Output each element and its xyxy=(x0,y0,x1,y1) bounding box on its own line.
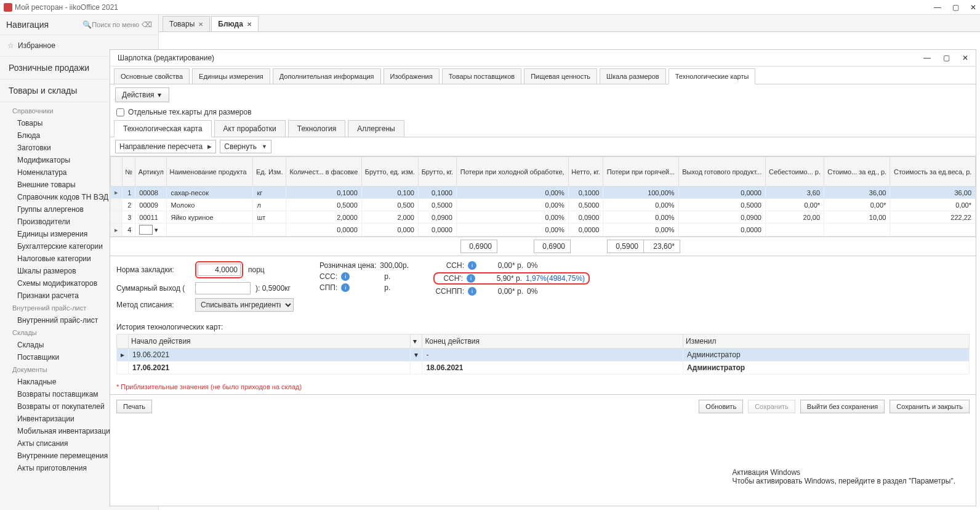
maximize-icon[interactable]: ▢ xyxy=(943,54,950,62)
ingredients-grid[interactable]: № Артикул Наименование продукта Ед. Изм.… xyxy=(110,156,976,237)
norma-unit: порц xyxy=(248,265,265,274)
hist-col-end[interactable]: Конец действия xyxy=(422,334,683,349)
tab-bluda[interactable]: Блюда ✕ xyxy=(211,16,259,31)
col-name[interactable]: Наименование продукта xyxy=(167,157,253,187)
exit-button[interactable]: Выйти без сохранения xyxy=(800,400,885,413)
ptab-main[interactable]: Основные свойства xyxy=(114,68,190,84)
hist-col-start[interactable]: Начало действия xyxy=(129,334,411,349)
recalc-combo[interactable]: Направление пересчета ▶ xyxy=(115,140,216,153)
col-unit[interactable]: Ед. Изм. xyxy=(253,157,286,187)
hist-by: Администратор xyxy=(683,362,970,374)
table-row[interactable]: 200009Молокол0,50000,5000,50000,00%0,500… xyxy=(111,199,976,211)
collapse-combo[interactable]: Свернуть ▼ xyxy=(220,140,271,153)
ptab-images[interactable]: Изображения xyxy=(384,68,440,84)
history-row[interactable]: ▸ 19.06.2021 ▾ - Администратор xyxy=(117,349,970,362)
cell: ▸ xyxy=(111,187,122,199)
cell: 10,00 xyxy=(824,211,890,224)
stab-allergens[interactable]: Аллергены xyxy=(348,120,404,137)
clear-icon[interactable]: ⌫ xyxy=(142,20,152,29)
col-num[interactable]: № xyxy=(122,157,135,187)
method-select[interactable]: Списывать ингредиенты xyxy=(195,298,294,312)
cell: 2,000 xyxy=(361,211,418,224)
cell: 0,00* xyxy=(765,199,824,211)
cell: Молоко xyxy=(167,199,253,211)
save-close-button[interactable]: Сохранить и закрыть xyxy=(890,400,970,413)
cell xyxy=(111,211,122,224)
col-art[interactable]: Артикул xyxy=(135,157,167,187)
stab-techcard[interactable]: Технологическая карта xyxy=(114,120,212,137)
stab-act[interactable]: Акт проработки xyxy=(214,120,286,137)
table-row[interactable]: 300011Яйко куриноешт2,00002,0000,09000,0… xyxy=(111,211,976,224)
save-button[interactable]: Сохранить xyxy=(748,400,795,413)
editor-title: Шарлотка (редактирование) xyxy=(118,54,923,62)
totals-row: 0,6900 0,6900 0,5900 23,60* xyxy=(110,237,976,256)
print-button[interactable]: Печать xyxy=(116,400,152,413)
info-icon[interactable]: i xyxy=(467,274,475,283)
ccc-value: р. xyxy=(353,272,390,281)
dropdown-icon[interactable]: ▾ xyxy=(411,349,422,362)
info-icon[interactable]: i xyxy=(341,272,350,281)
refresh-button[interactable]: Обновить xyxy=(699,400,743,413)
info-icon[interactable]: i xyxy=(468,261,476,270)
ssn2-label: ССН': xyxy=(438,274,463,283)
col-weightcost[interactable]: Стоимость за ед.веса, p. xyxy=(890,157,976,187)
separate-cards-checkbox[interactable] xyxy=(116,108,124,116)
cell: 0,00* xyxy=(890,199,976,211)
close-icon[interactable]: ✕ xyxy=(962,54,968,62)
actions-button[interactable]: Действия ▾ xyxy=(115,87,169,102)
sum-label: Суммарный выход ( xyxy=(116,284,190,293)
col-cost[interactable]: Себестоимо... р. xyxy=(765,157,824,187)
close-icon[interactable]: ✕ xyxy=(247,21,252,28)
chevron-down-icon: ▾ xyxy=(156,91,163,99)
col-unitcost[interactable]: Стоимо... за ед., р. xyxy=(824,157,890,187)
cell: 2,0000 xyxy=(286,211,362,224)
col-gross-kg[interactable]: Брутто, кг. xyxy=(418,157,456,187)
info-icon[interactable]: i xyxy=(341,283,350,292)
hist-col-by[interactable]: Изменил xyxy=(683,334,970,349)
stab-tech[interactable]: Технология xyxy=(288,120,346,137)
ptab-scales[interactable]: Шкала размеров xyxy=(600,68,666,84)
col-gross[interactable]: Брутто, ед. изм. xyxy=(361,157,418,187)
approx-note: * Приблизительные значения (не было прих… xyxy=(110,379,976,394)
table-row[interactable]: ▸4 ▾0,00000,0000,00000,00%0,00000,00%0,0… xyxy=(111,224,976,237)
maximize-icon[interactable]: ▢ xyxy=(952,3,959,12)
close-icon[interactable]: ✕ xyxy=(970,3,976,12)
hist-end: 18.06.2021 xyxy=(422,362,683,374)
close-icon[interactable]: ✕ xyxy=(198,21,203,28)
history-row[interactable]: 17.06.2021 18.06.2021 Администратор xyxy=(117,362,970,374)
col-qty[interactable]: Количест... в фасовке xyxy=(286,157,362,187)
table-row[interactable]: ▸100008сахар-песоккг0,10000,1000,10000,0… xyxy=(111,187,976,199)
col-net[interactable]: Нетто, кг. xyxy=(568,157,603,187)
hist-by: Администратор xyxy=(683,349,970,362)
sum-input[interactable] xyxy=(195,282,251,294)
search-placeholder[interactable]: Поиск по меню xyxy=(92,21,139,28)
hist-end: - xyxy=(422,349,683,362)
window-titlebar: Мой ресторан - iikoOffice 2021 — ▢ ✕ xyxy=(0,0,980,15)
cell: 0,5000 xyxy=(568,199,603,211)
cell: 0,0900 xyxy=(568,211,603,224)
cell: 0,0900 xyxy=(418,211,456,224)
ptab-extra[interactable]: Дополнительная информация xyxy=(273,68,381,84)
col-cold[interactable]: Потери при холодной обработке, xyxy=(456,157,568,187)
cell: 0,0000 xyxy=(286,224,362,237)
minimize-icon[interactable]: — xyxy=(923,54,931,62)
info-icon[interactable]: i xyxy=(468,287,476,296)
tab-tovary[interactable]: Товары ✕ xyxy=(163,16,210,31)
ptab-suppliers[interactable]: Товары поставщиков xyxy=(442,68,521,84)
content-area: Товары ✕ Блюда ✕ Шарлотка (редактировани… xyxy=(159,15,980,510)
col-hot[interactable]: Потери при горячей... xyxy=(603,157,678,187)
ptab-nutrition[interactable]: Пищевая ценность xyxy=(524,68,597,84)
ssnpp-label: ССНПП: xyxy=(433,287,464,296)
minimize-icon[interactable]: — xyxy=(934,3,941,12)
col-out[interactable]: Выход готового продукт... xyxy=(678,157,765,187)
cell: л xyxy=(253,199,286,211)
window-title: Мой ресторан - iikoOffice 2021 xyxy=(15,3,934,12)
cell: 0,1000 xyxy=(418,187,456,199)
ptab-units[interactable]: Единицы измерения xyxy=(192,68,270,84)
norma-input[interactable] xyxy=(198,264,241,276)
cell: кг xyxy=(253,187,286,199)
search-icon[interactable]: 🔍 xyxy=(82,20,92,29)
dropdown-icon[interactable]: ▾ xyxy=(411,334,422,349)
ptab-techcards[interactable]: Технологические карты xyxy=(669,68,756,84)
method-label: Метод списания: xyxy=(116,301,190,309)
